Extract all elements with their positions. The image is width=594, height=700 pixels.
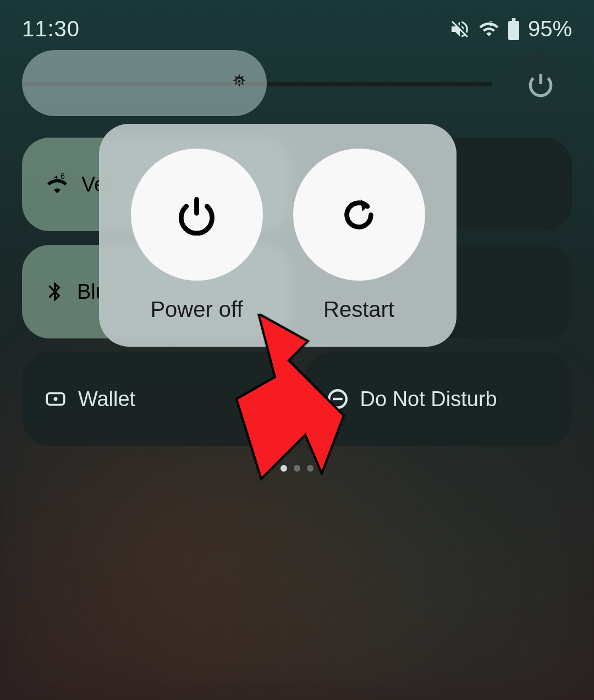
svg-rect-2 — [512, 18, 516, 21]
power-icon — [527, 70, 554, 98]
brightness-icon — [228, 72, 250, 94]
restart-label: Restart — [323, 297, 394, 322]
bluetooth-icon — [44, 278, 66, 305]
dot-1 — [280, 465, 287, 472]
svg-text:6: 6 — [489, 19, 493, 27]
page-indicator — [0, 465, 594, 472]
dot-2 — [294, 465, 300, 472]
wifi-icon: 6 — [479, 19, 499, 40]
mute-icon — [449, 18, 471, 40]
brightness-row — [0, 52, 594, 116]
status-bar: 11:30 6 95% — [0, 0, 594, 52]
power-off-option[interactable]: Power off — [131, 149, 263, 322]
power-off-label: Power off — [150, 297, 243, 322]
battery-icon — [507, 18, 520, 40]
restart-icon — [338, 194, 380, 236]
restart-option[interactable]: Restart — [293, 149, 425, 322]
battery-percent: 95% — [528, 17, 572, 41]
svg-text:6: 6 — [61, 172, 65, 181]
dnd-tile[interactable]: Do Not Disturb — [304, 352, 573, 446]
wallet-label: Wallet — [78, 387, 135, 411]
dnd-label: Do Not Disturb — [360, 387, 497, 411]
wallet-icon — [44, 387, 67, 411]
status-icons: 6 95% — [449, 17, 572, 41]
svg-point-5 — [54, 397, 58, 401]
power-button[interactable] — [509, 52, 572, 116]
svg-rect-1 — [508, 21, 519, 40]
chevron-right-icon — [253, 391, 268, 407]
brightness-slider[interactable] — [22, 82, 492, 86]
dnd-icon — [326, 387, 349, 411]
wifi-tile-icon: 6 — [44, 171, 70, 198]
status-time: 11:30 — [22, 17, 80, 41]
power-dialog: Power off Restart — [99, 124, 457, 347]
wallet-tile[interactable]: Wallet — [22, 352, 290, 446]
power-off-icon — [176, 194, 217, 236]
dot-3 — [307, 465, 314, 472]
